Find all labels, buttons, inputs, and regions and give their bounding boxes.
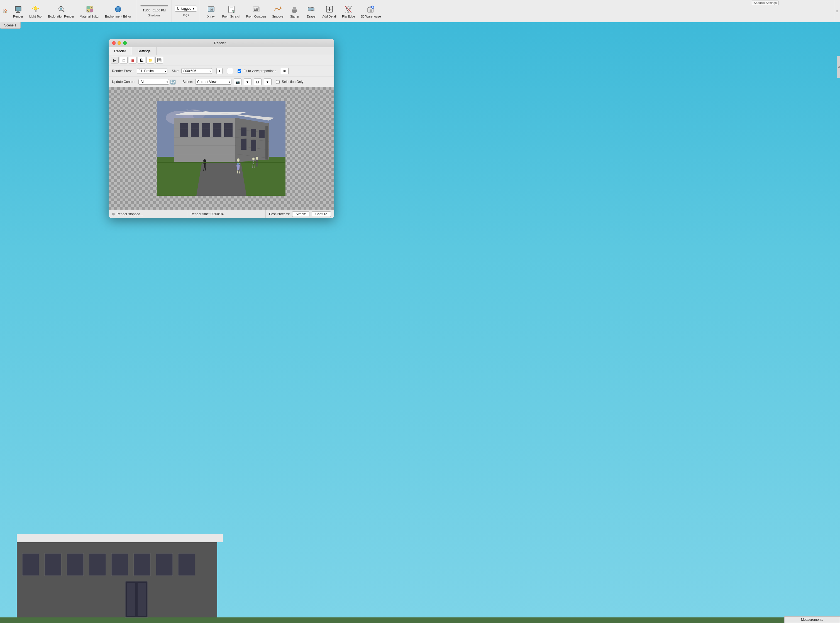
tab-render[interactable]: Render <box>109 47 132 55</box>
svg-line-8 <box>38 7 38 7</box>
size-select[interactable]: 800x696 1024x768 1920x1080 <box>181 68 212 74</box>
svg-point-99 <box>237 158 240 162</box>
svg-marker-101 <box>237 165 240 170</box>
svg-rect-91 <box>251 140 256 151</box>
update-content-label: Update Content: <box>112 80 136 84</box>
fit-proportions-checkbox[interactable] <box>238 69 241 73</box>
update-content-wrapper: All Selection None <box>138 79 169 84</box>
svg-line-43 <box>345 6 351 12</box>
pause-button[interactable]: ◼ <box>129 57 137 63</box>
svg-line-116 <box>256 164 257 167</box>
fit-proportions-label: Fit to view proportions <box>243 69 276 73</box>
tags-section: Untagged ▾ Tags <box>172 0 200 22</box>
simple-button[interactable]: Simple <box>292 211 310 217</box>
scene-select[interactable]: Current View Scene 1 All Scenes <box>195 79 231 84</box>
environment-editor-tool[interactable]: Environment Editor <box>102 3 134 19</box>
stamp-tool[interactable]: Stamp <box>286 3 303 19</box>
update-content-select[interactable]: All Selection None <box>138 79 169 84</box>
time-section: 11/08 01:30 PM Shadows <box>137 0 172 22</box>
time-slider[interactable] <box>140 5 168 6</box>
svg-line-110 <box>252 164 253 168</box>
measurements-label: Measurements <box>801 618 823 621</box>
scene-tab[interactable]: Scene 1 <box>0 22 21 29</box>
tools-section: X-ray From Scratch <box>200 0 834 22</box>
add-detail-tool[interactable]: Add Detail <box>320 3 339 19</box>
selection-only-checkbox[interactable] <box>276 80 280 84</box>
material-editor-icon <box>85 4 95 14</box>
svg-rect-37 <box>292 12 296 12</box>
render-tool[interactable]: Render <box>10 3 26 19</box>
svg-rect-74 <box>180 123 188 137</box>
svg-rect-64 <box>138 583 146 616</box>
svg-line-13 <box>63 10 64 12</box>
minimize-button[interactable] <box>117 41 121 45</box>
exploration-render-tool[interactable]: Exploration Render <box>45 3 77 19</box>
material-editor-label: Material Editor <box>80 15 99 18</box>
tags-dropdown[interactable]: Untagged ▾ <box>175 6 197 12</box>
tab-settings[interactable]: Settings <box>132 47 157 55</box>
image-button[interactable]: 🖼 <box>138 57 145 63</box>
from-contours-tool[interactable]: From Contours <box>243 3 269 19</box>
stop-button[interactable]: ◻ <box>120 57 128 63</box>
camera-options-button[interactable]: ▾ <box>244 78 251 85</box>
svg-point-106 <box>252 158 255 160</box>
frame-options-button[interactable]: ▾ <box>264 78 272 85</box>
toolbar-overflow[interactable]: » <box>834 0 840 22</box>
svg-rect-47 <box>369 9 372 12</box>
from-scratch-tool[interactable]: From Scratch <box>220 3 243 19</box>
svg-rect-15 <box>87 6 90 9</box>
flip-edge-label: Flip Edge <box>342 15 355 18</box>
render-dialog: Render... Render Settings ▶ ◻ ◼ 🖼 📁 💾 Re… <box>109 39 334 218</box>
svg-rect-88 <box>251 129 256 137</box>
render-label: Render <box>13 15 23 18</box>
svg-rect-53 <box>0 617 840 623</box>
scene-tab-label: Scene 1 <box>4 23 17 27</box>
preset-row: Render Preset: 01. Prelim 02. Final 03. … <box>112 68 168 74</box>
frame-button[interactable]: ⊡ <box>254 78 262 85</box>
render-canvas <box>109 87 334 210</box>
3d-warehouse-icon <box>366 4 376 14</box>
from-scratch-icon <box>226 4 237 14</box>
update-content-icon: 🔄 <box>170 79 176 84</box>
preset-select-wrapper: 01. Prelim 02. Final 03. High Res <box>137 68 168 74</box>
preset-label: Render Preset: <box>112 69 134 73</box>
flip-edge-tool[interactable]: Flip Edge <box>339 3 358 19</box>
light-tool-icon <box>31 4 41 14</box>
date-display: 11/08 <box>143 9 151 12</box>
render-stopped-text: Render stopped... <box>117 212 143 216</box>
open-button[interactable]: 📁 <box>146 57 154 63</box>
traffic-lights <box>112 41 127 45</box>
zoom-out-button[interactable]: − <box>227 68 233 74</box>
3d-warehouse-label: 3D Warehouse <box>361 15 381 18</box>
panel-arrow-icon: ◀ <box>837 65 840 69</box>
svg-line-7 <box>33 7 34 7</box>
camera-button[interactable]: 📷 <box>234 78 242 85</box>
preset-select[interactable]: 01. Prelim 02. Final 03. High Res <box>137 68 168 74</box>
light-tool[interactable]: Light Tool <box>26 3 45 19</box>
environment-editor-label: Environment Editor <box>105 15 131 18</box>
proportions-button[interactable]: ⊞ <box>281 68 289 74</box>
size-select-wrapper: 800x696 1024x768 1920x1080 <box>181 68 212 74</box>
play-button[interactable]: ▶ <box>111 57 118 63</box>
svg-rect-51 <box>17 540 217 617</box>
svg-rect-61 <box>178 553 195 576</box>
from-scratch-label: From Scratch <box>222 15 241 18</box>
xray-tool[interactable]: X-ray <box>203 3 220 19</box>
size-row: Size: 800x696 1024x768 1920x1080 <box>172 68 212 74</box>
material-editor-tool[interactable]: Material Editor <box>77 3 102 19</box>
3d-warehouse-tool[interactable]: 3D Warehouse <box>358 3 384 19</box>
tags-chevron-icon: ▾ <box>193 7 194 11</box>
capture-button[interactable]: Capture <box>312 211 331 217</box>
save-button[interactable]: 💾 <box>155 57 163 63</box>
zoom-in-button[interactable]: + <box>216 68 223 74</box>
right-panel-handle[interactable]: ◀ <box>837 56 840 78</box>
close-button[interactable] <box>112 41 115 45</box>
maximize-button[interactable] <box>123 41 127 45</box>
smoove-tool[interactable]: Smoove <box>269 3 286 19</box>
svg-rect-54 <box>22 553 39 576</box>
svg-rect-58 <box>111 553 128 576</box>
background-building <box>0 512 840 623</box>
post-process-section: Post-Process: Simple Capture <box>266 210 334 218</box>
drape-tool[interactable]: Drape <box>303 3 320 19</box>
drape-icon <box>306 4 316 14</box>
